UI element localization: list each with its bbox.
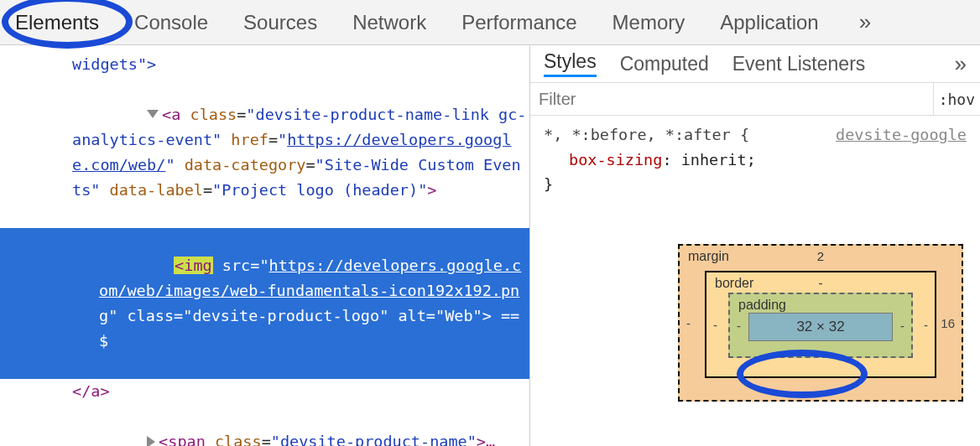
margin-left-value: - <box>686 315 691 329</box>
padding-right-value: - <box>900 318 904 332</box>
styles-tabs: Styles Computed Event Listeners » <box>530 45 980 82</box>
tab-sources[interactable]: Sources <box>243 11 317 34</box>
margin-label: margin <box>688 249 729 264</box>
dom-img-element-selected[interactable]: <img src="https://developers.google.com/… <box>0 228 529 379</box>
dom-span-element[interactable]: <span class="devsite-product-name">… <box>0 404 529 446</box>
dom-partial-line: widgets"> <box>0 52 529 77</box>
css-rule-close: } <box>544 175 553 193</box>
css-source-link[interactable]: devsite-google <box>836 122 967 148</box>
hov-toggle[interactable]: :hov <box>934 91 980 108</box>
devtools-top-tabs: Elements Console Sources Network Perform… <box>0 0 980 45</box>
box-model-padding[interactable]: padding - - 32 × 32 <box>728 293 913 358</box>
tab-performance[interactable]: Performance <box>461 11 576 34</box>
dom-a-element[interactable]: <a class="devsite-product-name-link gc-a… <box>0 77 529 228</box>
box-model-margin[interactable]: margin 2 - 16 border - - - padding - - 3… <box>678 244 963 402</box>
tab-styles[interactable]: Styles <box>544 50 597 77</box>
elements-panel: widgets"> <a class="devsite-product-name… <box>0 45 530 446</box>
expand-triangle-down-icon[interactable] <box>147 110 159 118</box>
main-panels: widgets"> <a class="devsite-product-name… <box>0 45 980 446</box>
tab-computed[interactable]: Computed <box>620 53 709 75</box>
css-value[interactable]: inherit; <box>681 151 756 169</box>
filter-row: :hov <box>530 82 980 116</box>
styles-tabs-overflow-icon[interactable]: » <box>955 51 967 77</box>
padding-left-value: - <box>737 318 741 332</box>
margin-top-value: 2 <box>817 249 824 263</box>
border-right-value: - <box>924 317 928 331</box>
border-left-value: - <box>713 317 717 331</box>
tab-memory[interactable]: Memory <box>612 11 685 34</box>
styles-filter-input[interactable] <box>530 83 934 115</box>
expand-triangle-right-icon[interactable] <box>147 436 155 446</box>
css-property[interactable]: box-sizing <box>569 151 662 169</box>
dom-a-close[interactable]: </a> <box>0 379 529 404</box>
tab-network[interactable]: Network <box>352 11 426 34</box>
box-model-border[interactable]: border - - - padding - - 32 × 32 <box>705 271 936 378</box>
dom-tree[interactable]: widgets"> <a class="devsite-product-name… <box>0 45 529 446</box>
css-rule[interactable]: devsite-google *, *:before, *:after { bo… <box>530 116 980 204</box>
border-label: border <box>715 276 753 291</box>
css-selector: *, *:before, *:after { <box>544 126 749 143</box>
tab-console[interactable]: Console <box>134 11 208 34</box>
tab-application[interactable]: Application <box>720 11 818 34</box>
styles-panel: Styles Computed Event Listeners » :hov d… <box>530 45 980 446</box>
padding-label: padding <box>738 298 786 313</box>
tabs-overflow-icon[interactable]: » <box>859 9 871 35</box>
margin-right-value: 16 <box>941 315 955 329</box>
box-model-diagram: margin 2 - 16 border - - - padding - - 3… <box>678 244 963 402</box>
box-model-content[interactable]: 32 × 32 <box>748 313 893 341</box>
tab-event-listeners[interactable]: Event Listeners <box>732 53 866 75</box>
tab-elements[interactable]: Elements <box>15 11 99 34</box>
border-top-value: - <box>819 276 823 290</box>
